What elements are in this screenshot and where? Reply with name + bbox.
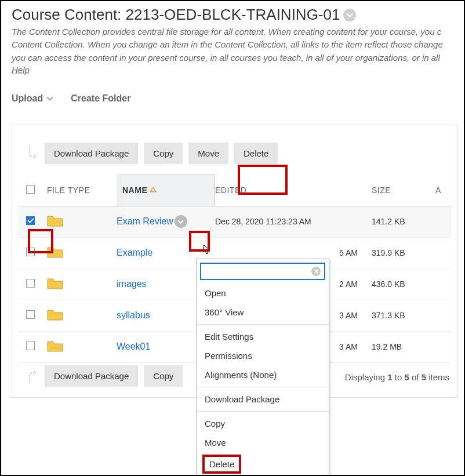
paging-to: 5 xyxy=(404,372,409,382)
row-size: 371.3 KB xyxy=(372,311,435,320)
folder-icon xyxy=(47,277,117,292)
selection-arrow-icon xyxy=(27,367,39,384)
row-checkbox[interactable] xyxy=(26,248,35,256)
paging-from: 1 xyxy=(387,372,392,382)
chevron-down-icon xyxy=(46,95,53,102)
context-menu-move[interactable]: Move xyxy=(197,433,329,452)
select-all-checkbox[interactable] xyxy=(26,185,35,194)
file-name-link[interactable]: syllabus xyxy=(117,310,150,320)
context-menu-permissions[interactable]: Permissions xyxy=(197,346,329,365)
row-edited: 5 AM xyxy=(215,248,372,257)
page-title-text: Course Content: 2213-OED-BLCK-TRAINING-0… xyxy=(12,6,340,24)
context-menu-open[interactable]: Open xyxy=(197,284,329,303)
file-name-link[interactable]: Exam Review xyxy=(117,216,173,227)
create-folder-button[interactable]: Create Folder xyxy=(71,93,130,104)
title-chevron-icon[interactable] xyxy=(343,9,356,21)
folder-icon xyxy=(47,215,117,229)
paging-to-label: to xyxy=(393,372,405,382)
selection-arrow-icon xyxy=(27,144,39,162)
file-name-link[interactable]: Example xyxy=(117,248,152,257)
download-package-button[interactable]: Download Package xyxy=(45,143,138,164)
col-filetype[interactable]: FILE TYPE xyxy=(47,186,117,195)
row-checkbox[interactable] xyxy=(26,341,35,350)
close-icon[interactable]: ✕ xyxy=(311,267,321,276)
row-menu-button[interactable] xyxy=(175,215,187,228)
context-menu-search[interactable]: ✕ xyxy=(200,263,325,280)
menu-separator xyxy=(197,387,329,387)
delete-button[interactable]: Delete xyxy=(234,143,278,164)
page-title: Course Content: 2213-OED-BLCK-TRAINING-0… xyxy=(12,6,464,24)
col-edited[interactable]: EDITED xyxy=(215,186,372,195)
description-line-3: you can access the content in your prese… xyxy=(12,52,464,64)
col-name[interactable]: NAME xyxy=(117,175,215,206)
context-menu-360view[interactable]: 360° View xyxy=(197,303,329,322)
table-row: Exam Review Dec 28, 2020 11:23:23 AM 141… xyxy=(18,206,452,238)
download-package-button-bottom[interactable]: Download Package xyxy=(45,365,138,387)
menu-separator xyxy=(197,324,329,325)
context-menu-download-package[interactable]: Download Package xyxy=(197,390,329,409)
table-header: FILE TYPE NAME EDITED SIZE A xyxy=(18,175,452,206)
sort-asc-icon xyxy=(150,186,157,195)
top-toolbar: Upload Create Folder xyxy=(12,93,464,104)
row-size: 436.0 KB xyxy=(372,279,435,289)
folder-icon xyxy=(47,308,117,323)
paging-prefix: Displaying xyxy=(345,372,387,382)
paging-total: 5 xyxy=(422,372,426,382)
context-menu-edit-settings[interactable]: Edit Settings xyxy=(197,327,329,346)
row-edited: Dec 28, 2020 11:23:23 AM xyxy=(215,217,372,226)
paging-text: Displaying 1 to 5 of 5 items xyxy=(345,372,449,382)
col-name-label: NAME xyxy=(122,186,147,195)
move-button[interactable]: Move xyxy=(188,143,228,164)
more-help-link[interactable]: Help xyxy=(12,65,30,75)
row-size: 19.2 MB xyxy=(372,342,435,351)
menu-separator xyxy=(197,411,329,412)
row-checkbox[interactable] xyxy=(26,310,35,319)
context-menu-copy[interactable]: Copy xyxy=(197,414,329,433)
col-actions: A xyxy=(435,186,459,195)
copy-button-bottom[interactable]: Copy xyxy=(144,365,183,387)
file-name-link[interactable]: Week01 xyxy=(117,341,150,351)
row-size: 141.2 KB xyxy=(372,217,435,226)
file-name-link[interactable]: images xyxy=(117,279,147,289)
col-size[interactable]: SIZE xyxy=(372,186,435,195)
upload-label: Upload xyxy=(12,93,43,104)
upload-button[interactable]: Upload xyxy=(12,93,53,104)
action-bar-top: Download Package Copy Move Delete xyxy=(27,143,452,164)
description-line-1: The Content Collection provides central … xyxy=(12,26,464,38)
folder-icon xyxy=(47,340,117,354)
paging-of-label: of xyxy=(409,372,422,382)
folder-icon xyxy=(47,246,117,260)
context-menu-alignments[interactable]: Alignments (None) xyxy=(197,365,329,384)
copy-button[interactable]: Copy xyxy=(144,143,183,164)
row-checkbox[interactable] xyxy=(26,279,35,288)
context-menu-delete[interactable]: Delete xyxy=(202,455,241,474)
paging-suffix: items xyxy=(426,372,449,382)
context-menu: ✕ Open 360° View Edit Settings Permissio… xyxy=(196,259,329,476)
row-checkbox[interactable] xyxy=(26,216,35,225)
description-line-2: Content Collection. When you change an i… xyxy=(12,39,464,50)
row-size: 319.9 KB xyxy=(372,248,435,257)
